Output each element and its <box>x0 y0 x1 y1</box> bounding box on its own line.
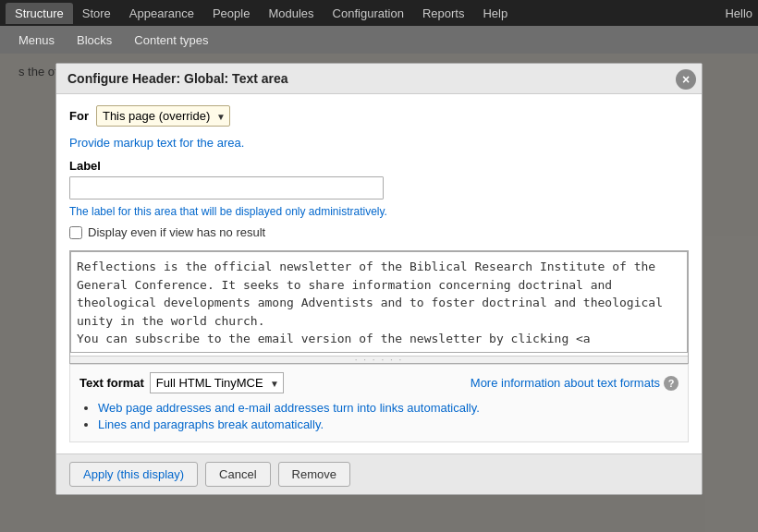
nav-store[interactable]: Store <box>73 3 120 24</box>
display-no-result-checkbox[interactable] <box>69 226 82 239</box>
modal-close-button[interactable]: × <box>676 69 696 90</box>
for-label: For <box>69 109 89 123</box>
secondnav-blocks[interactable]: Blocks <box>67 30 121 51</box>
text-format-row: Text format Full HTML TinyMCE Filtered H… <box>79 372 679 393</box>
top-navigation: Structure Store Appearance People Module… <box>0 0 758 26</box>
format-hint-links: Web page addresses and e-mail addresses … <box>98 401 679 415</box>
for-select-wrapper: This page (override) All pages <box>96 105 230 127</box>
content-textarea-wrapper: · · · · · · <box>69 250 689 364</box>
for-select[interactable]: This page (override) All pages <box>96 105 230 127</box>
text-format-left: Text format Full HTML TinyMCE Filtered H… <box>79 372 284 393</box>
nav-structure[interactable]: Structure <box>6 3 73 24</box>
label-hint: The label for this area that will be dis… <box>69 205 689 218</box>
hint1-suffix: automatically. <box>404 401 480 415</box>
hint1-link: links <box>380 401 404 415</box>
nav-appearance[interactable]: Appearance <box>120 3 203 24</box>
hint1-prefix: Web page addresses and e-mail addresses … <box>98 401 380 415</box>
format-hints: Web page addresses and e-mail addresses … <box>79 401 679 431</box>
textarea-resize-bar[interactable]: · · · · · · <box>70 356 688 363</box>
label-input[interactable] <box>69 176 384 200</box>
for-row: For This page (override) All pages <box>69 105 689 127</box>
modal-title: Configure Header: Global: Text area <box>67 71 288 86</box>
text-format-select-wrapper: Full HTML TinyMCE Filtered HTML Plain te… <box>150 372 284 393</box>
apply-label-prefix: Apply <box>83 467 116 481</box>
text-format-section: Text format Full HTML TinyMCE Filtered H… <box>69 364 689 442</box>
provide-markup-text: Provide markup text for the area. <box>69 136 689 150</box>
second-navigation: Menus Blocks Content types <box>0 26 758 54</box>
secondnav-menus[interactable]: Menus <box>9 30 64 51</box>
modal-overlay: Configure Header: Global: Text area × Fo… <box>0 54 758 532</box>
nav-help[interactable]: Help <box>473 3 517 24</box>
modal-body: For This page (override) All pages Provi… <box>56 94 702 453</box>
label-hint-only: only <box>285 205 305 218</box>
configure-modal: Configure Header: Global: Text area × Fo… <box>55 63 703 495</box>
nav-reports[interactable]: Reports <box>413 3 474 24</box>
modal-footer: Apply (this display) Cancel Remove <box>56 453 702 494</box>
secondnav-content-types[interactable]: Content types <box>125 30 217 51</box>
label-hint-prefix: The label for this area that will be dis… <box>69 205 285 218</box>
hint2-link: break <box>217 417 248 431</box>
text-format-select[interactable]: Full HTML TinyMCE Filtered HTML Plain te… <box>150 372 284 393</box>
more-info-link[interactable]: More information about text formats ? <box>471 376 679 391</box>
nav-people[interactable]: People <box>203 3 259 24</box>
content-textarea[interactable] <box>70 251 688 353</box>
hello-text: Hello <box>725 6 752 20</box>
remove-button[interactable]: Remove <box>278 462 350 487</box>
modal-title-bar: Configure Header: Global: Text area <box>56 64 702 94</box>
cancel-button[interactable]: Cancel <box>205 462 270 487</box>
resize-dots: · · · · · · <box>355 355 404 365</box>
format-hint-paragraphs: Lines and paragraphs break automatically… <box>98 417 679 431</box>
hint2-suffix: automatically. <box>248 417 324 431</box>
nav-configuration[interactable]: Configuration <box>324 3 413 24</box>
label-hint-suffix: administratively. <box>305 205 386 218</box>
nav-modules[interactable]: Modules <box>259 3 323 24</box>
label-heading: Label <box>69 159 689 173</box>
apply-button[interactable]: Apply (this display) <box>69 462 198 487</box>
display-no-result-label: Display even if view has no result <box>88 225 265 239</box>
text-format-label: Text format <box>79 376 144 390</box>
apply-label-link: (this display) <box>116 467 184 481</box>
hint2-prefix: Lines and paragraphs <box>98 417 217 431</box>
help-icon: ? <box>664 376 679 391</box>
more-info-text: More information about text formats <box>471 376 660 390</box>
checkbox-row: Display even if view has no result <box>69 225 689 239</box>
